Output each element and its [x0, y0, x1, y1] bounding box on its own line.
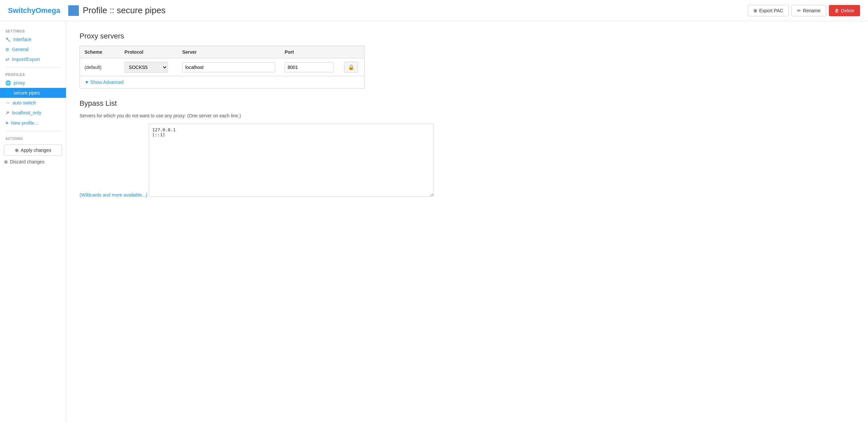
lock-cell: 🔒 — [339, 58, 365, 76]
col-header-protocol: Protocol — [120, 46, 178, 58]
rename-button[interactable]: ✏ Rename — [792, 5, 826, 16]
app-title[interactable]: SwitchyOmega — [8, 6, 60, 15]
rename-label: Rename — [803, 8, 820, 13]
export-pac-label: Export PAC — [760, 8, 783, 13]
sidebar-divider-1 — [5, 67, 61, 67]
scheme-cell: (default) — [80, 58, 120, 76]
server-input[interactable] — [182, 62, 275, 72]
sidebar-new-profile-label: New profile... — [11, 120, 38, 126]
delete-button[interactable]: 🗑 Delete — [829, 5, 860, 16]
sidebar-localhost-label: localhost_only — [12, 110, 41, 115]
bypass-section: Bypass List Servers for which you do not… — [80, 99, 855, 202]
sidebar-item-secure-pipes[interactable]: 🌐 secure pipes — [0, 88, 66, 98]
sidebar-auto-switch-label: auto switch — [12, 100, 36, 105]
protocol-select[interactable]: HTTP HTTPS SOCKS4 SOCKS5 — [125, 62, 168, 72]
discard-changes-button[interactable]: ⊗ Discard changes — [4, 157, 44, 167]
sidebar-item-interface[interactable]: Interface — [0, 34, 66, 44]
sidebar-item-general[interactable]: General — [0, 44, 66, 54]
main-content: Proxy servers Scheme Protocol Server Por… — [66, 21, 868, 423]
trash-icon: 🗑 — [835, 8, 839, 13]
show-advanced-section: ▼ Show Advanced — [80, 76, 365, 89]
port-input[interactable] — [285, 62, 334, 72]
lock-button[interactable]: 🔒 — [344, 62, 358, 72]
plus-icon: + — [5, 120, 8, 126]
apply-icon: ⊕ — [15, 148, 19, 153]
sidebar-proxy-label: proxy — [13, 80, 25, 86]
export-pac-button[interactable]: ⊕ Export PAC — [748, 5, 789, 16]
col-header-scheme: Scheme — [80, 46, 120, 58]
sidebar-importexport-label: Import/Export — [12, 57, 40, 62]
sidebar: SETTINGS Interface General Import/Export… — [0, 21, 66, 423]
apply-changes-label: Apply changes — [21, 148, 51, 153]
col-header-action — [339, 46, 365, 58]
wildcards-link[interactable]: (Wildcards and more available...) — [80, 192, 148, 198]
gear-icon — [5, 47, 9, 52]
bypass-list-title: Bypass List — [80, 99, 855, 108]
localhost-icon: ↗ — [5, 110, 9, 115]
sidebar-interface-label: Interface — [13, 37, 31, 42]
import-icon — [5, 57, 9, 62]
sidebar-item-new-profile[interactable]: + New profile... — [0, 118, 66, 128]
col-header-server: Server — [178, 46, 280, 58]
auto-switch-icon: ↔ — [5, 100, 10, 105]
sidebar-item-proxy[interactable]: 🌐 proxy — [0, 78, 66, 88]
sidebar-divider-2 — [5, 131, 61, 131]
table-row: (default) HTTP HTTPS SOCKS4 SOCKS5 — [80, 58, 365, 76]
apply-changes-button[interactable]: ⊕ Apply changes — [4, 145, 62, 156]
profiles-section-label: PROFILES — [0, 70, 66, 78]
protocol-cell: HTTP HTTPS SOCKS4 SOCKS5 — [120, 58, 178, 76]
globe-icon-secure-pipes: 🌐 — [5, 90, 11, 95]
server-cell — [178, 58, 280, 76]
bypass-desc: Servers for which you do not want to use… — [80, 113, 855, 118]
header: SwitchyOmega Profile :: secure pipes ⊕ E… — [0, 0, 868, 21]
actions-section-label: ACTIONS — [0, 134, 66, 142]
sidebar-item-importexport[interactable]: Import/Export — [0, 54, 66, 64]
proxy-servers-title: Proxy servers — [80, 32, 855, 40]
delete-label: Delete — [841, 8, 855, 13]
discard-icon: ⊗ — [4, 159, 8, 164]
sidebar-secure-pipes-label: secure pipes — [13, 90, 40, 95]
col-header-port: Port — [280, 46, 339, 58]
wrench-icon — [5, 37, 10, 42]
show-advanced-link[interactable]: ▼ Show Advanced — [85, 80, 124, 85]
profile-icon — [68, 5, 79, 16]
bypass-textarea[interactable]: 127.0.0.1 [::1] — [149, 124, 434, 197]
sidebar-item-auto-switch[interactable]: ↔ auto switch — [0, 98, 66, 108]
rename-icon: ✏ — [797, 8, 801, 13]
export-icon: ⊕ — [753, 8, 757, 13]
proxy-table: Scheme Protocol Server Port (default) HT… — [80, 46, 365, 76]
settings-section-label: SETTINGS — [0, 27, 66, 34]
profile-title: Profile :: secure pipes — [83, 5, 166, 16]
header-actions: ⊕ Export PAC ✏ Rename 🗑 Delete — [748, 5, 860, 16]
sidebar-item-localhost-only[interactable]: ↗ localhost_only — [0, 108, 66, 118]
lock-icon: 🔒 — [348, 64, 354, 70]
sidebar-general-label: General — [12, 47, 29, 52]
globe-icon-proxy: 🌐 — [5, 80, 11, 86]
discard-changes-label: Discard changes — [10, 159, 44, 164]
port-cell — [280, 58, 339, 76]
layout: SETTINGS Interface General Import/Export… — [0, 21, 868, 423]
